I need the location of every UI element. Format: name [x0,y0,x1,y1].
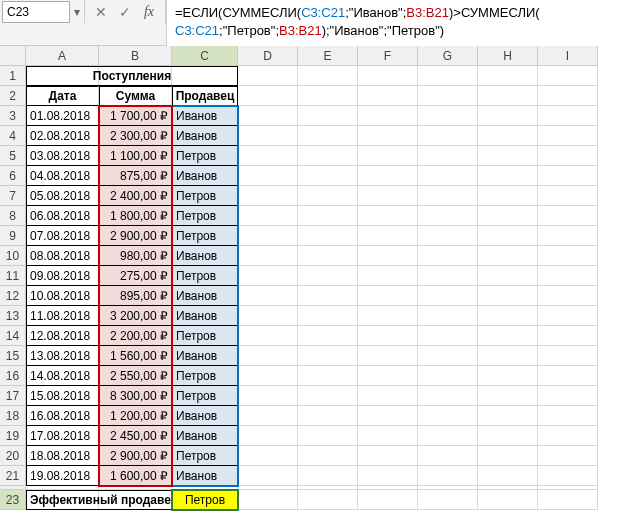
cell[interactable] [238,86,298,106]
cell-seller[interactable]: Иванов [172,106,238,126]
cell[interactable] [418,146,478,166]
cell[interactable] [538,366,598,386]
cell[interactable] [538,346,598,366]
cell[interactable] [238,66,298,86]
cell-date[interactable]: 10.08.2018 [26,286,99,306]
cell[interactable] [358,126,418,146]
cell[interactable] [238,246,298,266]
cell[interactable] [358,206,418,226]
row-header-23[interactable]: 23 [0,490,26,510]
cell[interactable] [238,406,298,426]
cell-sum[interactable]: 1 100,00 ₽ [99,146,172,166]
cell[interactable] [298,426,358,446]
cell-sum[interactable]: 980,00 ₽ [99,246,172,266]
cell[interactable] [538,266,598,286]
spreadsheet-grid[interactable]: ABCDEFGHI 123456789101112131415161718192… [0,46,627,530]
column-header-D[interactable]: D [238,46,298,66]
select-all-corner[interactable] [0,46,26,66]
cell[interactable] [298,386,358,406]
cell[interactable] [538,466,598,486]
name-box[interactable] [2,1,70,23]
cell[interactable] [298,206,358,226]
cell[interactable] [358,406,418,426]
cell[interactable] [298,326,358,346]
row-header-7[interactable]: 7 [0,186,26,206]
cell[interactable] [418,186,478,206]
cell-date[interactable]: 13.08.2018 [26,346,99,366]
cell[interactable] [358,306,418,326]
cell[interactable] [418,426,478,446]
cell[interactable] [358,326,418,346]
cell[interactable] [298,166,358,186]
cell-seller[interactable]: Иванов [172,426,238,446]
column-header-H[interactable]: H [478,46,538,66]
cell[interactable] [418,266,478,286]
cell-seller[interactable]: Иванов [172,246,238,266]
column-header-G[interactable]: G [418,46,478,66]
cell-seller[interactable]: Иванов [172,406,238,426]
cell[interactable] [478,266,538,286]
cell-seller[interactable]: Петров [172,366,238,386]
cell[interactable] [478,206,538,226]
cell-seller[interactable]: Иванов [172,166,238,186]
cell[interactable] [298,226,358,246]
cell[interactable] [418,206,478,226]
cell[interactable] [538,186,598,206]
cell-date[interactable]: 11.08.2018 [26,306,99,326]
cell[interactable] [418,126,478,146]
cell-date[interactable]: 16.08.2018 [26,406,99,426]
column-header-F[interactable]: F [358,46,418,66]
cell[interactable] [238,366,298,386]
cell[interactable] [538,86,598,106]
cell[interactable] [298,286,358,306]
cell-date[interactable]: 14.08.2018 [26,366,99,386]
cell[interactable] [538,206,598,226]
cell-seller[interactable]: Петров [172,266,238,286]
cell[interactable] [238,226,298,246]
cell[interactable] [238,146,298,166]
row-header-15[interactable]: 15 [0,346,26,366]
cell-date[interactable]: 19.08.2018 [26,466,99,486]
cell[interactable] [238,446,298,466]
cell-date[interactable]: 09.08.2018 [26,266,99,286]
cell[interactable] [538,106,598,126]
cell-sum[interactable]: 8 300,00 ₽ [99,386,172,406]
cell[interactable] [298,346,358,366]
cell[interactable] [298,66,358,86]
cell[interactable] [358,426,418,446]
cell-seller[interactable]: Петров [172,326,238,346]
row-header-14[interactable]: 14 [0,326,26,346]
cancel-icon[interactable]: ✕ [89,2,113,22]
column-header-A[interactable]: A [26,46,99,66]
cell[interactable] [418,446,478,466]
cell[interactable] [298,186,358,206]
cell-date[interactable]: 17.08.2018 [26,426,99,446]
cell-date[interactable]: 06.08.2018 [26,206,99,226]
row-header-2[interactable]: 2 [0,86,26,106]
row-header-18[interactable]: 18 [0,406,26,426]
cell[interactable] [538,386,598,406]
cell[interactable] [238,286,298,306]
cell-date[interactable]: 07.08.2018 [26,226,99,246]
cell[interactable] [478,286,538,306]
cell[interactable] [538,66,598,86]
column-header-I[interactable]: I [538,46,598,66]
cell[interactable] [418,306,478,326]
cell[interactable] [298,306,358,326]
cell[interactable] [358,246,418,266]
footer-value[interactable]: Петров [172,490,238,510]
cell-date[interactable]: 02.08.2018 [26,126,99,146]
cell[interactable] [238,386,298,406]
cell[interactable] [298,146,358,166]
cell-sum[interactable]: 895,00 ₽ [99,286,172,306]
row-header-1[interactable]: 1 [0,66,26,86]
cell-sum[interactable]: 1 700,00 ₽ [99,106,172,126]
cell[interactable] [298,266,358,286]
cell[interactable] [538,426,598,446]
cell[interactable] [418,466,478,486]
cell[interactable] [298,446,358,466]
cell[interactable] [358,366,418,386]
cell[interactable] [418,166,478,186]
cell[interactable] [298,490,358,510]
col-header-seller[interactable]: Продавец [172,86,238,106]
